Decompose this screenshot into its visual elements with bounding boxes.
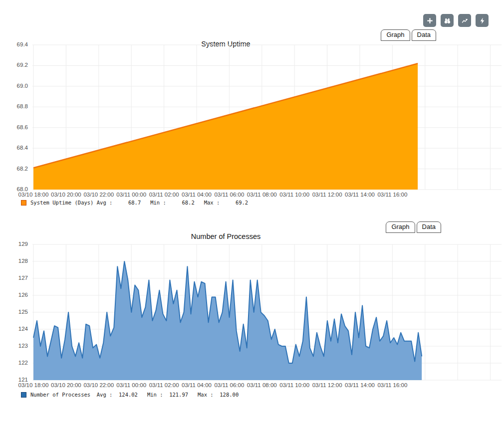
x-tick-label: 03/11 16:00: [369, 382, 415, 388]
legend-label: Number of Processes Avg : 124.02 Min : 1…: [30, 392, 239, 398]
y-tick-label: 69.2: [0, 62, 28, 68]
chart-line-icon: [461, 17, 469, 24]
y-tick-label: 68.4: [0, 145, 28, 151]
chart-uptime: System Uptime System Uptime (Days) Avg :…: [0, 40, 504, 212]
tab-data[interactable]: Data: [417, 221, 441, 233]
y-tick-label: 128: [0, 258, 28, 264]
y-tick-label: 69.4: [0, 41, 28, 47]
lightning-icon: [479, 17, 486, 24]
chart-uptime-tabs: Graph Data: [381, 29, 436, 41]
y-tick-label: 125: [0, 309, 28, 315]
y-tick-label: 126: [0, 292, 28, 298]
add-button[interactable]: [423, 14, 436, 27]
chart-processes: Number of Processes Number of Processes …: [0, 218, 504, 411]
y-tick-label: 69.0: [0, 83, 28, 89]
legend-swatch: [21, 392, 26, 398]
x-tick-label: 03/11 16:00: [369, 192, 415, 198]
plus-icon: [426, 17, 434, 24]
tab-data[interactable]: Data: [412, 29, 436, 41]
y-tick-label: 127: [0, 275, 28, 281]
legend-swatch: [21, 200, 26, 206]
y-tick-label: 68.6: [0, 124, 28, 130]
tab-graph[interactable]: Graph: [381, 29, 410, 41]
y-tick-label: 122: [0, 360, 28, 366]
legend-label: System Uptime (Days) Avg : 68.7 Min : 68…: [30, 200, 248, 206]
power-button[interactable]: [476, 14, 489, 27]
y-tick-label: 129: [0, 241, 28, 247]
y-tick-label: 68.2: [0, 166, 28, 172]
legend: System Uptime (Days) Avg : 68.7 Min : 68…: [21, 200, 248, 206]
chart-processes-tabs: Graph Data: [386, 221, 441, 233]
y-tick-label: 123: [0, 343, 28, 349]
uptime-plot-area[interactable]: [0, 40, 504, 212]
y-tick-label: 124: [0, 326, 28, 332]
tab-graph[interactable]: Graph: [386, 221, 415, 233]
toolbar: [423, 14, 489, 27]
search-button[interactable]: [441, 14, 454, 27]
binoculars-icon: [444, 17, 451, 24]
legend: Number of Processes Avg : 124.02 Min : 1…: [21, 392, 239, 398]
y-tick-label: 68.8: [0, 103, 28, 109]
chart-button[interactable]: [458, 14, 471, 27]
